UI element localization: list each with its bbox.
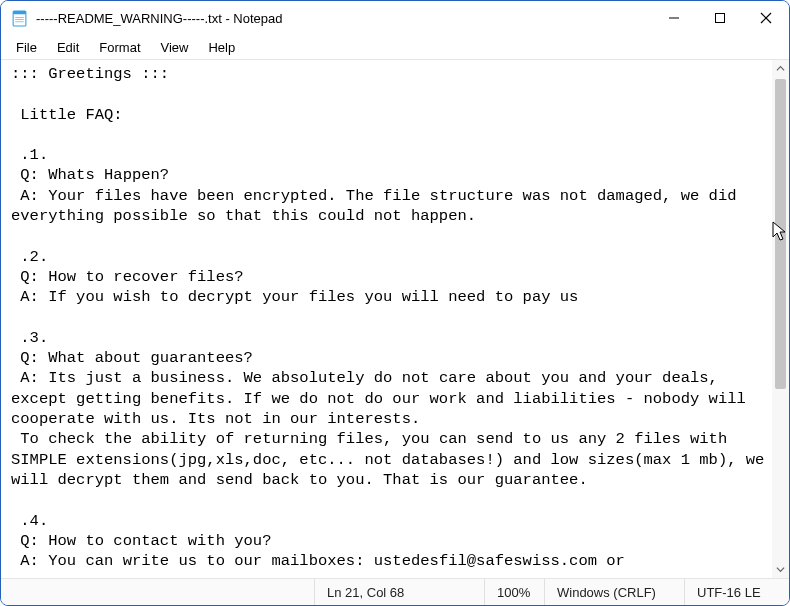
notepad-icon [11, 10, 28, 27]
status-line-ending: Windows (CRLF) [544, 579, 684, 605]
close-button[interactable] [743, 1, 789, 35]
text-editor[interactable]: ::: Greetings ::: Little FAQ: .1. Q: Wha… [1, 60, 772, 578]
vertical-scrollbar[interactable] [772, 60, 789, 578]
window-title: -----README_WARNING-----.txt - Notepad [36, 11, 283, 26]
svg-rect-6 [716, 14, 725, 23]
status-zoom: 100% [484, 579, 544, 605]
statusbar: Ln 21, Col 68 100% Windows (CRLF) UTF-16… [1, 578, 789, 605]
titlebar: -----README_WARNING-----.txt - Notepad [1, 1, 789, 35]
minimize-button[interactable] [651, 1, 697, 35]
menu-format[interactable]: Format [90, 38, 149, 57]
scroll-up-arrow-icon[interactable] [772, 60, 789, 77]
menu-help[interactable]: Help [199, 38, 244, 57]
status-encoding: UTF-16 LE [684, 579, 789, 605]
content-area: ::: Greetings ::: Little FAQ: .1. Q: Wha… [1, 60, 789, 578]
menu-view[interactable]: View [152, 38, 198, 57]
menu-edit[interactable]: Edit [48, 38, 88, 57]
scroll-down-arrow-icon[interactable] [772, 561, 789, 578]
svg-rect-1 [13, 11, 26, 14]
maximize-button[interactable] [697, 1, 743, 35]
menubar: File Edit Format View Help [1, 35, 789, 60]
window-controls [651, 1, 789, 35]
status-empty [1, 579, 314, 605]
status-position: Ln 21, Col 68 [314, 579, 484, 605]
menu-file[interactable]: File [7, 38, 46, 57]
scroll-thumb[interactable] [775, 79, 786, 389]
